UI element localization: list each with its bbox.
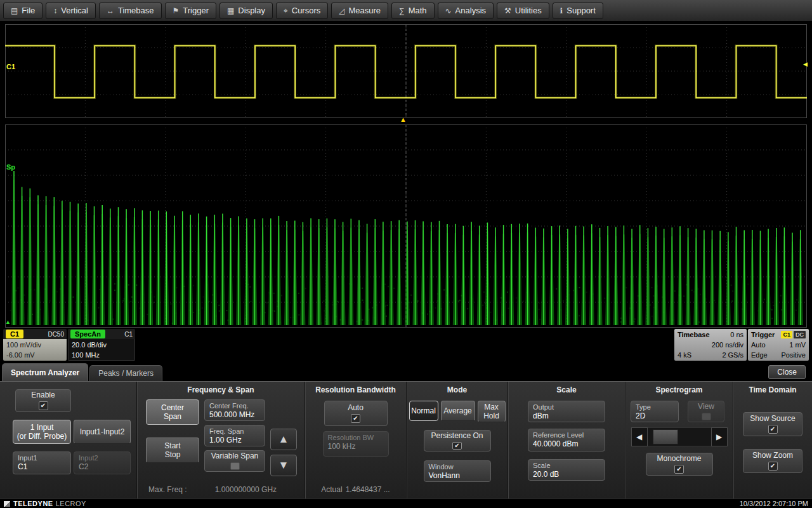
show-source-checkbox[interactable]: ✔ bbox=[768, 425, 778, 434]
spectrogram-type-value: 2D bbox=[636, 411, 674, 420]
menu-math[interactable]: ∑Math bbox=[391, 3, 434, 19]
specan-descriptor[interactable]: SpecAn C1 20.0 dB/div 100 MHz bbox=[68, 329, 135, 361]
monochrome-checkbox[interactable]: ✔ bbox=[674, 465, 684, 474]
check-icon: ✔ bbox=[454, 443, 459, 449]
scale-field[interactable]: Scale 20.0 dB bbox=[528, 459, 605, 481]
center-span-button[interactable]: Center Span bbox=[146, 399, 199, 425]
c1-vdiv: 100 mV/div bbox=[6, 340, 63, 350]
check-icon: ✔ bbox=[353, 415, 358, 422]
input1-input2-button[interactable]: Input1-Input2 bbox=[74, 420, 131, 444]
one-input-button[interactable]: 1 Input (or Diff. Probe) bbox=[13, 420, 71, 444]
monochrome-label: Monochrome bbox=[657, 455, 701, 463]
menu-file[interactable]: ▤File bbox=[3, 3, 43, 19]
mode-normal-button[interactable]: Normal bbox=[409, 401, 438, 421]
trigger-slope: Positive bbox=[781, 350, 806, 360]
file-icon: ▤ bbox=[11, 7, 18, 15]
menu-vertical[interactable]: ↕Vertical bbox=[46, 3, 96, 19]
enable-checkbox[interactable]: ✔ bbox=[39, 401, 48, 410]
reference-level-value: 40.0000 dBm bbox=[533, 439, 600, 448]
output-field[interactable]: Output dBm bbox=[528, 401, 605, 422]
arrow-down-icon: ▼ bbox=[278, 459, 289, 472]
specan-chip: SpecAn bbox=[70, 330, 105, 338]
scroll-thumb[interactable] bbox=[653, 429, 678, 444]
center-freq-value: 500.000 MHz bbox=[209, 410, 260, 419]
start-stop-button[interactable]: Start Stop bbox=[146, 438, 199, 463]
variable-span-toggle[interactable]: Variable Span bbox=[204, 450, 265, 472]
trigger-descriptor[interactable]: Trigger C1 DC Auto1 mV EdgePositive bbox=[748, 329, 809, 361]
show-source-toggle[interactable]: Show Source ✔ bbox=[743, 412, 802, 436]
window-field[interactable]: Window VonHann bbox=[424, 460, 491, 482]
resolution-bw-value: 100 kHz bbox=[328, 442, 384, 451]
menu-timebase[interactable]: ↔Timebase bbox=[99, 3, 162, 19]
mode-section: Mode Normal Average Max Hold Persistence… bbox=[406, 382, 508, 498]
freq-span-value: 1.00 GHz bbox=[209, 436, 260, 444]
scale-value: 20.0 dB bbox=[533, 470, 600, 479]
menu-utilities[interactable]: ⚒Utilities bbox=[497, 3, 549, 19]
start-stop-line1: Start bbox=[147, 441, 199, 450]
menu-timebase-label: Timebase bbox=[118, 6, 154, 15]
freq-span-field[interactable]: Freq. Span 1.00 GHz bbox=[204, 425, 265, 446]
spectrogram-type-field[interactable]: Type 2D bbox=[631, 401, 679, 422]
vertical-icon: ↕ bbox=[53, 7, 57, 15]
menu-trigger[interactable]: ⚑Trigger bbox=[165, 3, 216, 19]
c1-offset: -6.00 mV bbox=[6, 350, 63, 360]
tab-peaks-markers[interactable]: Peaks / Markers bbox=[89, 365, 162, 381]
input1-input2-label: Input1-Input2 bbox=[74, 427, 130, 436]
decrement-button[interactable]: ▼ bbox=[270, 455, 297, 476]
trigger-time-marker-icon[interactable]: ▲ bbox=[400, 116, 407, 123]
menu-support[interactable]: ℹSupport bbox=[553, 3, 603, 19]
time-domain-grid[interactable]: C1 ◀ bbox=[5, 24, 807, 118]
persistence-label: Persistence On bbox=[431, 432, 483, 440]
actual-rbw-value: 1.4648437 ... bbox=[346, 485, 390, 494]
increment-button[interactable]: ▲ bbox=[270, 429, 297, 450]
input1-label: Input1 bbox=[18, 453, 66, 462]
arrow-up-icon: ▲ bbox=[278, 433, 289, 446]
spectrogram-scrollbar: ◀ ▶ bbox=[631, 427, 728, 446]
specan-descriptor-header: SpecAn C1 bbox=[68, 329, 135, 339]
enable-label: Enable bbox=[31, 391, 55, 399]
c1-descriptor-header: C1 DC50 bbox=[3, 329, 67, 339]
reference-level-field[interactable]: Reference Level 40.0000 dBm bbox=[528, 429, 605, 451]
variable-span-checkbox[interactable] bbox=[230, 462, 240, 470]
menu-analysis-label: Analysis bbox=[455, 6, 486, 15]
spectrogram-view-toggle[interactable]: View bbox=[688, 401, 724, 422]
show-zoom-toggle[interactable]: Show Zoom ✔ bbox=[743, 449, 802, 473]
dialog-tabstrip: Spectrum Analyzer Peaks / Markers Close bbox=[0, 363, 812, 381]
arrow-left-icon: ◀ bbox=[636, 432, 642, 441]
persistence-checkbox[interactable]: ✔ bbox=[452, 442, 462, 450]
oscilloscope-app: ▤File ↕Vertical ↔Timebase ⚑Trigger ▦Disp… bbox=[0, 0, 812, 508]
close-button[interactable]: Close bbox=[768, 365, 806, 379]
trigger-source-chip: C1 bbox=[781, 331, 792, 338]
menu-cursors[interactable]: ⌖Cursors bbox=[276, 3, 328, 19]
spectrum-grid[interactable]: Sp ▲ bbox=[5, 124, 807, 328]
scroll-track[interactable] bbox=[648, 427, 711, 446]
mode-maxhold-button[interactable]: Max Hold bbox=[478, 401, 506, 422]
trigger-level-marker-icon[interactable]: ◀ bbox=[803, 61, 808, 67]
menu-analysis[interactable]: ∿Analysis bbox=[438, 3, 494, 19]
timebase-descriptor[interactable]: Timebase0 ns 200 ns/div 4 kS2 GS/s bbox=[674, 329, 747, 361]
input1-value: C1 bbox=[18, 462, 66, 471]
mode-average-button[interactable]: Average bbox=[441, 401, 475, 421]
spectrum-baseline-marker-icon: ▲ bbox=[5, 319, 11, 325]
reference-level-label: Reference Level bbox=[533, 431, 600, 439]
menu-trigger-label: Trigger bbox=[183, 6, 209, 15]
menu-display[interactable]: ▦Display bbox=[219, 3, 273, 19]
timebase-samples: 4 kS bbox=[678, 350, 691, 360]
menu-file-label: File bbox=[22, 6, 35, 15]
monochrome-toggle[interactable]: Monochrome ✔ bbox=[646, 453, 713, 476]
center-freq-field[interactable]: Center Freq. 500.000 MHz bbox=[204, 399, 265, 421]
rbw-auto-checkbox[interactable]: ✔ bbox=[351, 414, 360, 423]
menu-measure[interactable]: ◿Measure bbox=[331, 3, 388, 19]
persistence-toggle[interactable]: Persistence On ✔ bbox=[424, 430, 491, 451]
freq-span-label: Freq. Span bbox=[209, 427, 260, 436]
measure-icon: ◿ bbox=[339, 7, 344, 15]
scroll-right-button[interactable]: ▶ bbox=[711, 427, 728, 446]
enable-toggle[interactable]: Enable ✔ bbox=[15, 389, 71, 412]
scroll-left-button[interactable]: ◀ bbox=[631, 427, 648, 446]
tab-spectrum-analyzer[interactable]: Spectrum Analyzer bbox=[2, 363, 88, 381]
spectrogram-view-checkbox[interactable] bbox=[702, 413, 711, 420]
show-zoom-checkbox[interactable]: ✔ bbox=[768, 462, 778, 471]
rbw-auto-toggle[interactable]: Auto ✔ bbox=[324, 401, 388, 426]
input1-field[interactable]: Input1 C1 bbox=[13, 451, 71, 474]
c1-descriptor[interactable]: C1 DC50 100 mV/div -6.00 mV bbox=[3, 329, 67, 361]
